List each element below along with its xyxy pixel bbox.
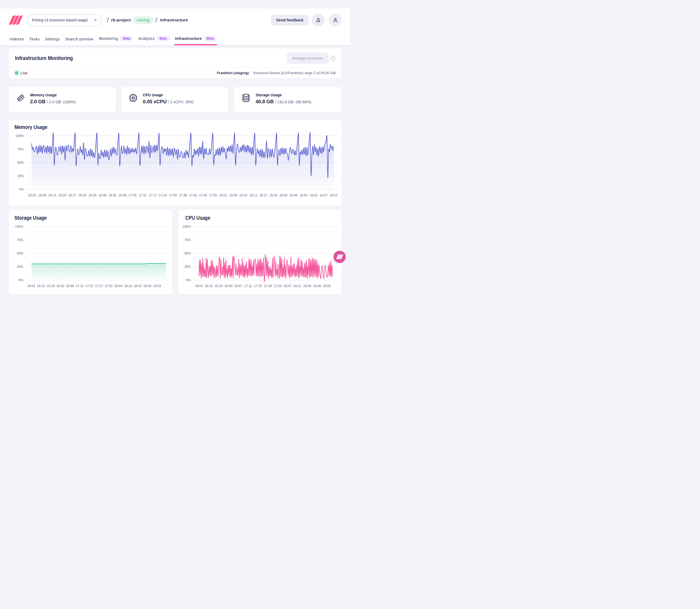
x-axis-label: 17:11 [244,284,252,288]
y-axis-label: 0% [186,278,191,282]
x-axis-label: 16:01 [28,193,36,197]
send-feedback-button[interactable]: Send feedback [271,15,309,25]
project-status-badge: running [133,16,153,24]
x-axis-label: 18:57 [320,193,327,197]
x-axis-label: 17:53 [273,284,282,288]
y-axis-label: 75% [184,238,191,242]
stat-card-cpu: CPU Usage 0.05 vCPU/ 1 vCPU(5%) [121,87,228,112]
stat-card-memory: Memory Usage 2.0 GB/ 2.0 GB(100%) [9,87,116,112]
x-axis-label: 17:36 [179,193,187,197]
x-axis-label: 16:29 [214,284,222,288]
x-axis-label: 18:32 [133,284,141,288]
x-axis-label: 17:17 [149,193,157,197]
x-axis-label: 17:23 [85,284,93,288]
tab-infrastructure[interactable]: InfrastructureBeta [175,36,217,45]
tab-label: Infrastructure [175,36,202,41]
live-label: Live [21,71,28,75]
x-axis-label: 16:56 [66,284,74,288]
user-icon [333,17,339,23]
breadcrumb-project[interactable]: rb-project [111,18,131,22]
y-axis-label: 100% [183,225,191,228]
x-axis-label: 18:07 [283,284,291,288]
tab-label: Settings [45,37,60,41]
x-axis-label: 18:21 [293,284,301,288]
cpu-usage-chart-card: 100%75%50%25%0%16:0116:1516:2916:4316:57… [178,210,341,294]
page: Pricing v3 (resource-based stage) / rb-p… [0,0,350,304]
database-icon [241,92,251,103]
cpu-usage-chart: 100%75%50%25%0%16:0116:1516:2916:4316:57… [178,210,341,294]
chart-title-storage: Storage Usage [15,215,47,221]
manage-resources-button[interactable]: Manage resources [287,52,329,64]
bell-icon [315,17,321,23]
x-axis-label: 18:08 [229,193,237,197]
x-axis-label: 18:27 [259,193,267,197]
chart-title-cpu: CPU Usage [185,215,210,221]
x-axis-label: 17:37 [95,284,103,288]
y-axis-label: 100% [15,134,23,138]
tab-search-preview[interactable]: Search preview [65,37,94,45]
live-indicator-dot [15,71,18,75]
x-axis-label: 17:25 [254,284,262,288]
chart-title-memory: Memory Usage [15,124,47,130]
x-axis-label: 17:51 [105,284,112,288]
project-selector-value: Pricing v3 (resource-based stage) [32,18,88,22]
account-button[interactable] [329,14,342,27]
top-bar: Pricing v3 (resource-based stage) / rb-p… [0,8,350,45]
x-axis-label: 18:21 [249,193,257,197]
breadcrumb-separator: / [107,16,109,24]
project-selector-dropdown[interactable]: Pricing v3 (resource-based stage) [28,14,101,26]
stat-value-line: 40.8 GB/ 132.8 GB(30.68%) [256,99,311,105]
y-axis-label: 0% [19,188,24,191]
tab-indexes[interactable]: Indexes [10,37,24,45]
header-row: Pricing v3 (resource-based stage) / rb-p… [8,14,342,27]
x-axis-label: 16:57 [234,284,242,288]
help-button[interactable] [330,56,336,61]
stat-value-line: 2.0 GB/ 2.0 GB(100%) [30,99,76,105]
tab-monitoring[interactable]: MonitoringBeta [99,36,133,45]
tab-tasks[interactable]: Tasks [30,37,40,45]
y-axis-label: 75% [17,147,23,151]
memory-usage-chart-card: 100%75%50%25%0%16:0116:0816:1416:2016:27… [9,120,341,206]
x-axis-label: 17:30 [169,193,177,197]
x-axis-label: 17:05 [129,193,137,197]
y-axis-label: 25% [17,265,23,268]
y-axis-label: 25% [184,265,191,268]
tab-label: Search preview [65,37,94,41]
x-axis-label: 17:10 [75,284,84,288]
x-axis-label: 18:50 [300,193,307,197]
tab-settings[interactable]: Settings [45,37,60,45]
meilisearch-widget-button[interactable] [334,251,346,263]
x-axis-label: 17:49 [199,193,207,197]
x-axis-label: 16:39 [88,193,96,197]
x-axis-label: 16:46 [98,193,106,197]
tab-label: Analytics [138,36,155,41]
tab-label: Tasks [30,37,40,41]
x-axis-label: 16:27 [68,193,76,197]
x-axis-label: 18:52 [309,193,317,197]
meilisearch-logo[interactable] [8,16,23,25]
breadcrumb-separator: / [156,16,157,24]
y-axis-label: 25% [17,174,23,178]
tab-label: Indexes [10,37,24,41]
beta-badge: Beta [157,36,170,41]
stat-value-line: 0.05 vCPU/ 1 vCPU(5%) [143,99,194,105]
beta-badge: Beta [120,36,133,41]
x-axis-label: 18:48 [313,284,321,288]
y-axis-label: 0% [18,278,23,282]
notifications-button[interactable] [312,14,325,27]
x-axis-label: 18:53 [153,284,161,288]
x-axis-label: 16:01 [27,284,35,288]
y-axis-label: 50% [17,161,23,164]
chevron-down-icon [93,18,97,22]
x-axis-label: 18:46 [289,193,297,197]
x-axis-label: 17:39 [264,284,272,288]
breadcrumb-page: Infrastructure [160,18,188,22]
x-axis-label: 18:14 [239,193,247,197]
x-axis-label: 18:40 [280,193,287,197]
infrastructure-monitoring-card: Infrastructure Monitoring Manage resourc… [9,49,341,79]
tab-analytics[interactable]: AnalyticsBeta [138,36,170,45]
x-axis-label: 18:02 [219,193,227,197]
series-area [32,133,334,189]
x-axis-label: 18:04 [114,284,122,288]
stat-title: Memory Usage [30,93,76,97]
